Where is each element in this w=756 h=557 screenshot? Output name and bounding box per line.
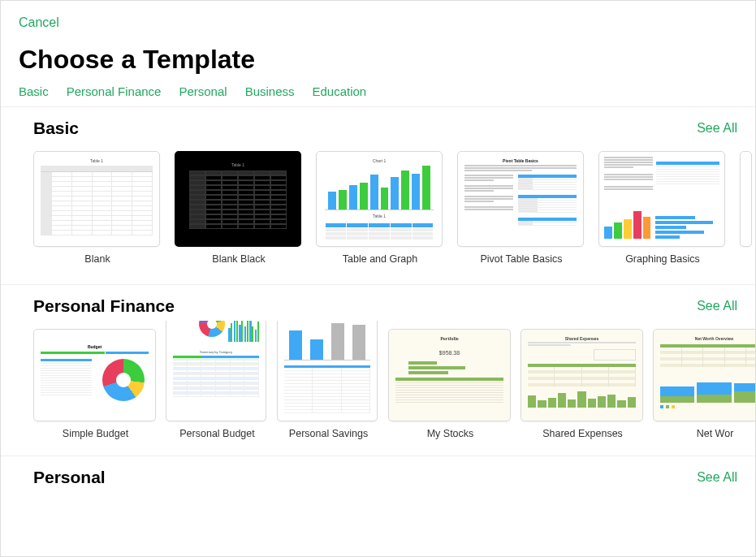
template-name: Personal Budget (166, 428, 269, 439)
tab-education[interactable]: Education (313, 84, 367, 98)
template-name: Simple Budget (33, 428, 158, 439)
template-name: Net Wor (653, 428, 755, 439)
section-title-basic: Basic (33, 119, 79, 138)
thumb-label: Table 1 (189, 162, 287, 167)
template-net-worth[interactable]: Net Worth Overview (653, 329, 755, 439)
template-my-stocks[interactable]: Portfolio $958.38 (388, 329, 512, 439)
section-personal: Personal See All (1, 456, 755, 492)
page-title: Choose a Template (19, 45, 737, 75)
thumb-label: Net Worth Overview (660, 336, 755, 341)
template-name: Graphing Basics (598, 253, 727, 265)
template-graphing-basics[interactable]: Graphing Basics (598, 151, 727, 265)
section-title-personal-finance: Personal Finance (33, 296, 175, 316)
template-name: Table and Graph (316, 253, 444, 265)
thumb-label: Pivot Table Basics (464, 158, 577, 163)
see-all-basic[interactable]: See All (697, 121, 737, 136)
template-blank[interactable]: Table 1 (33, 151, 162, 265)
tab-personal[interactable]: Personal (179, 84, 227, 98)
section-title-personal: Personal (33, 468, 106, 487)
thumb-label: Goal Status (284, 321, 370, 322)
tab-personal-finance[interactable]: Personal Finance (67, 84, 162, 98)
template-name: Personal Savings (277, 428, 380, 439)
template-shared-expenses[interactable]: Shared Expenses (521, 329, 645, 439)
see-all-personal[interactable]: See All (697, 470, 737, 485)
template-table-and-graph[interactable]: Chart 1 Table 1 Table and Graph (316, 151, 444, 265)
template-name: My Stocks (388, 428, 512, 439)
see-all-personal-finance[interactable]: See All (697, 299, 737, 313)
template-name: Blank Black (175, 253, 303, 265)
thumb-label: Shared Expenses (528, 336, 636, 341)
thumb-label: Table 1 (325, 214, 434, 218)
template-blank-black[interactable]: Table 1 Blank Black (175, 151, 303, 265)
tab-business[interactable]: Business (245, 84, 295, 98)
template-name: Blank (33, 253, 162, 265)
thumb-value: $958.38 (395, 350, 503, 356)
template-name: Pivot Table Basics (457, 253, 585, 265)
template-partial[interactable] (740, 151, 753, 265)
template-simple-budget[interactable]: Budget Simple Budget (33, 329, 158, 439)
template-personal-budget[interactable]: Monthly Budget Summary by Category (166, 321, 269, 439)
thumb-label: Chart 1 (325, 158, 434, 163)
category-tabs: Basic Personal Finance Personal Business… (19, 84, 737, 98)
thumb-label: Budget (41, 344, 149, 349)
thumb-label: Table 1 (41, 158, 153, 163)
section-personal-finance: Personal Finance See All Budget (1, 284, 755, 456)
section-basic: Basic See All Table 1 (1, 106, 755, 284)
thumb-label: Summary by Category (173, 350, 259, 354)
cancel-button[interactable]: Cancel (19, 15, 737, 30)
template-name: Shared Expenses (521, 428, 645, 439)
template-personal-savings[interactable]: Monthly Goal Goal Status (277, 321, 380, 439)
tab-basic[interactable]: Basic (19, 84, 49, 98)
template-pivot-table-basics[interactable]: Pivot Table Basics (457, 151, 585, 265)
